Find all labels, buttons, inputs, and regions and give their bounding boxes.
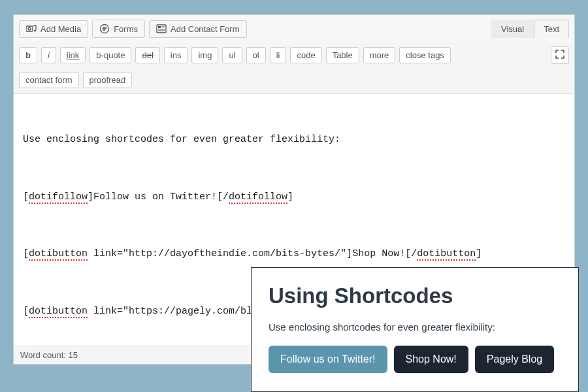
preview-buttons: Follow us on Twitter! Shop Now! Pagely B… — [269, 346, 561, 373]
format-del-button[interactable]: del — [135, 47, 159, 63]
content-line-3: [dotibutton link="http://dayoftheindie.c… — [23, 247, 565, 262]
contact-form-icon — [156, 24, 167, 33]
format-close-tags-button[interactable]: close tags — [399, 47, 451, 63]
follow-twitter-button[interactable]: Follow us on Twitter! — [269, 346, 387, 373]
word-count-label: Word count: 15 — [20, 350, 78, 360]
add-contact-form-label: Add Contact Form — [171, 24, 240, 34]
add-contact-form-button[interactable]: Add Contact Form — [149, 20, 247, 38]
format-li-button[interactable]: li — [270, 47, 287, 63]
format-toolbar: b i link b-quote del ins img ul ol li co… — [14, 42, 574, 94]
format-img-button[interactable]: img — [191, 47, 218, 63]
format-proofread-button[interactable]: proofread — [83, 72, 133, 88]
shop-now-button[interactable]: Shop Now! — [394, 346, 468, 373]
svg-rect-5 — [158, 26, 161, 28]
preview-panel: Using Shortcodes Use enclosing shortcode… — [251, 267, 579, 392]
editor-mode-tabs: Visual Text — [491, 20, 569, 38]
svg-rect-0 — [26, 26, 33, 31]
forms-icon — [99, 24, 110, 34]
format-ul-button[interactable]: ul — [222, 47, 242, 63]
forms-label: Forms — [114, 24, 138, 34]
format-more-button[interactable]: more — [363, 47, 396, 63]
format-code-button[interactable]: code — [290, 47, 321, 63]
format-bold-button[interactable]: b — [19, 47, 37, 63]
format-ol-button[interactable]: ol — [246, 47, 266, 63]
format-contact-form-button[interactable]: contact form — [19, 72, 79, 88]
format-italic-button[interactable]: i — [41, 47, 56, 63]
format-bquote-button[interactable]: b-quote — [90, 47, 131, 63]
format-link-button[interactable]: link — [60, 47, 86, 63]
svg-point-1 — [28, 27, 31, 30]
top-toolbar: Add Media Forms Add Contact Form Visual … — [14, 15, 574, 42]
svg-point-2 — [34, 30, 36, 32]
forms-button[interactable]: Forms — [92, 20, 145, 38]
preview-text: Use enclosing shortcodes for even greate… — [269, 321, 561, 333]
format-ins-button[interactable]: ins — [164, 47, 188, 63]
expand-icon — [555, 51, 564, 61]
tab-visual[interactable]: Visual — [491, 20, 534, 38]
tab-text[interactable]: Text — [534, 20, 569, 38]
content-line-1: Use enclosing shortcodes for even greate… — [23, 133, 565, 148]
content-line-2: [dotifollow]Follow us on Twitter![/dotif… — [23, 190, 565, 205]
pagely-blog-button[interactable]: Pagely Blog — [475, 346, 554, 373]
format-table-button[interactable]: Table — [326, 47, 359, 63]
add-media-label: Add Media — [41, 24, 81, 34]
svg-rect-4 — [157, 25, 166, 33]
fullscreen-button[interactable] — [551, 46, 569, 64]
camera-music-icon — [26, 24, 37, 33]
add-media-button[interactable]: Add Media — [19, 20, 88, 38]
preview-title: Using Shortcodes — [269, 284, 561, 308]
